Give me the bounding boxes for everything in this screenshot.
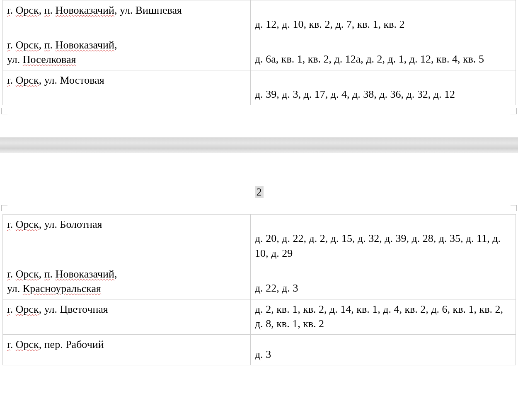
page-number-value: 2 — [255, 186, 264, 198]
address-cell: г. Орск, ул. Болотная — [3, 215, 251, 264]
details-cell: д. 39, д. 3, д. 17, д. 4, д. 38, д. 36, … — [251, 70, 516, 105]
address-cell: г. Орск, ул. Мостовая — [3, 70, 251, 105]
address-cell: г. Орск, п. Новоказачий, ул. Вишневая — [3, 0, 251, 35]
table-row: г. Орск, п. Новоказачий,ул. Красноуральс… — [3, 264, 516, 299]
details-cell: д. 12, д. 10, кв. 2, д. 7, кв. 1, кв. 2 — [251, 0, 516, 35]
address-cell: г. Орск, п. Новоказачий,ул. Поселковая — [3, 35, 251, 70]
address-cell: г. Орск, ул. Цветочная — [3, 299, 251, 334]
details-cell: д. 3 — [251, 335, 516, 365]
table-row: г. Орск, пер. Рабочийд. 3 — [3, 335, 516, 365]
details-cell: д. 2, кв. 1, кв. 2, д. 14, кв. 1, д. 4, … — [251, 299, 516, 334]
details-cell: д. 20, д. 22, д. 2, д. 15, д. 32, д. 39,… — [251, 215, 516, 264]
table-body-page-1: г. Орск, п. Новоказачий, ул. Вишневаяд. … — [3, 0, 516, 105]
table-row: г. Орск, ул. Мостоваяд. 39, д. 3, д. 17,… — [3, 70, 516, 105]
address-cell: г. Орск, пер. Рабочий — [3, 335, 251, 365]
table-row: г. Орск, п. Новоказачий, ул. Вишневаяд. … — [3, 0, 516, 35]
page-corner-marks — [0, 203, 518, 214]
page-corner-marks — [0, 105, 518, 117]
page-number: 2 — [0, 175, 518, 203]
address-cell: г. Орск, п. Новоказачий,ул. Красноуральс… — [3, 264, 251, 299]
document-sheet: г. Орск, п. Новоказачий, ул. Вишневаяд. … — [0, 0, 518, 365]
details-cell: д. 6а, кв. 1, кв. 2, д. 12а, д. 2, д. 1,… — [251, 35, 516, 70]
table-body-page-2: г. Орск, ул. Болотнаяд. 20, д. 22, д. 2,… — [3, 215, 516, 365]
table-row: г. Орск, п. Новоказачий,ул. Поселковаяд.… — [3, 35, 516, 70]
table-row: г. Орск, ул. Цветочнаяд. 2, кв. 1, кв. 2… — [3, 299, 516, 334]
table-row: г. Орск, ул. Болотнаяд. 20, д. 22, д. 2,… — [3, 215, 516, 264]
details-cell: д. 22, д. 3 — [251, 264, 516, 299]
address-table-page-2: г. Орск, ул. Болотнаяд. 20, д. 22, д. 2,… — [2, 214, 516, 365]
address-table-page-1: г. Орск, п. Новоказачий, ул. Вишневаяд. … — [2, 0, 516, 105]
page-break — [0, 138, 518, 153]
